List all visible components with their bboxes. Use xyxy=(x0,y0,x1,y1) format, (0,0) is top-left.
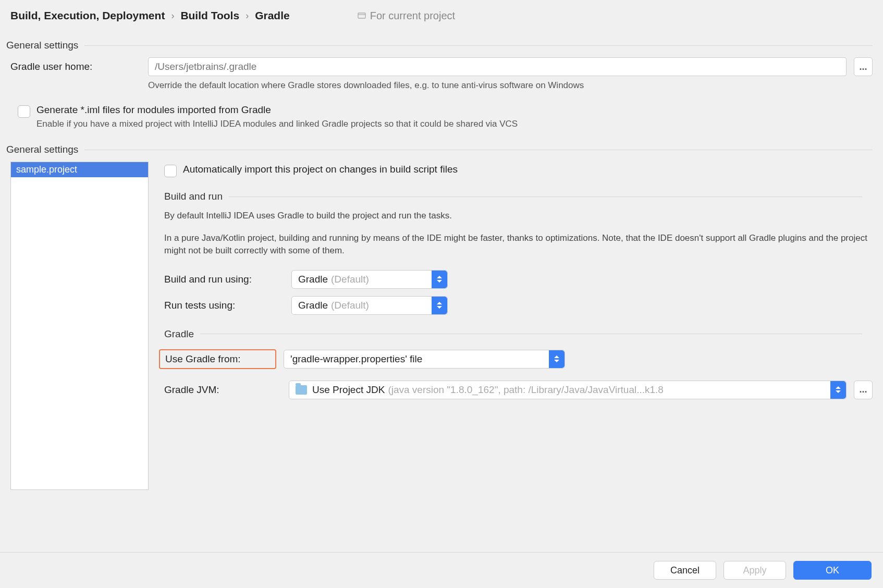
use-gradle-from-label: Use Gradle from: xyxy=(159,349,276,369)
gradle-jvm-value: Use Project JDK xyxy=(312,384,385,396)
chevron-right-icon: › xyxy=(246,10,249,21)
section-divider xyxy=(229,197,862,197)
generate-iml-label: Generate *.iml files for modules importe… xyxy=(36,104,518,116)
gradle-user-home-label: Gradle user home: xyxy=(10,61,141,72)
breadcrumb-item-2[interactable]: Build Tools xyxy=(180,9,239,22)
gradle-user-home-input[interactable] xyxy=(148,57,847,76)
generate-iml-checkbox[interactable] xyxy=(18,105,30,118)
gradle-user-home-hint: Override the default location where Grad… xyxy=(148,80,584,91)
gradle-jvm-select[interactable]: Use Project JDK (java version "1.8.0_162… xyxy=(289,381,847,399)
auto-import-label: Automatically import this project on cha… xyxy=(183,164,458,175)
build-using-label: Build and run using: xyxy=(164,274,284,285)
ok-button[interactable]: OK xyxy=(793,561,872,580)
section-divider xyxy=(84,45,873,46)
button-bar: Cancel Apply OK xyxy=(0,552,883,588)
breadcrumb-item-3: Gradle xyxy=(255,9,290,22)
auto-import-checkbox[interactable] xyxy=(164,165,177,177)
run-tests-default: (Default) xyxy=(331,300,369,311)
project-list[interactable]: sample.project xyxy=(10,162,149,490)
build-using-value: Gradle xyxy=(298,274,328,285)
section-general-1-label: General settings xyxy=(6,40,78,51)
section-gradle: Gradle xyxy=(164,328,862,340)
apply-button[interactable]: Apply xyxy=(723,561,786,580)
chevron-right-icon: › xyxy=(171,10,174,21)
build-run-desc1: By default IntelliJ IDEA uses Gradle to … xyxy=(164,210,873,223)
section-build-and-run: Build and run xyxy=(164,191,862,202)
gradle-jvm-label: Gradle JVM: xyxy=(164,384,281,396)
run-tests-label: Run tests using: xyxy=(164,300,284,311)
browse-button[interactable]: ... xyxy=(854,57,873,76)
build-and-run-header: Build and run xyxy=(164,191,223,202)
updown-icon xyxy=(432,271,447,288)
section-general-2-label: General settings xyxy=(6,144,78,155)
generate-iml-hint: Enable if you have a mixed project with … xyxy=(36,119,518,129)
folder-icon xyxy=(296,385,307,395)
updown-icon xyxy=(432,297,447,314)
section-divider xyxy=(84,150,873,150)
cancel-button[interactable]: Cancel xyxy=(654,561,716,580)
gradle-header: Gradle xyxy=(164,328,194,340)
section-general-2: General settings xyxy=(6,144,873,155)
project-scope-icon xyxy=(358,11,366,20)
svg-rect-0 xyxy=(358,13,365,18)
run-tests-value: Gradle xyxy=(298,300,328,311)
updown-icon xyxy=(549,350,565,368)
build-using-default: (Default) xyxy=(331,274,369,285)
updown-icon xyxy=(830,381,846,399)
breadcrumb-item-1[interactable]: Build, Execution, Deployment xyxy=(10,9,165,22)
current-project-text: For current project xyxy=(370,10,455,22)
use-gradle-from-select[interactable]: 'gradle-wrapper.properties' file xyxy=(284,350,565,369)
gradle-jvm-browse-button[interactable]: ... xyxy=(854,381,873,399)
build-using-select[interactable]: Gradle (Default) xyxy=(291,270,448,289)
gradle-jvm-detail: (java version "1.8.0_162", path: /Librar… xyxy=(388,384,664,396)
use-gradle-from-value: 'gradle-wrapper.properties' file xyxy=(290,353,422,365)
project-list-item[interactable]: sample.project xyxy=(11,162,148,177)
section-general-1: General settings xyxy=(6,40,873,51)
build-run-desc2: In a pure Java/Kotlin project, building … xyxy=(164,232,873,258)
current-project-label: For current project xyxy=(358,10,455,22)
breadcrumb: Build, Execution, Deployment › Build Too… xyxy=(0,0,883,29)
run-tests-select[interactable]: Gradle (Default) xyxy=(291,296,448,315)
section-divider xyxy=(200,334,862,334)
